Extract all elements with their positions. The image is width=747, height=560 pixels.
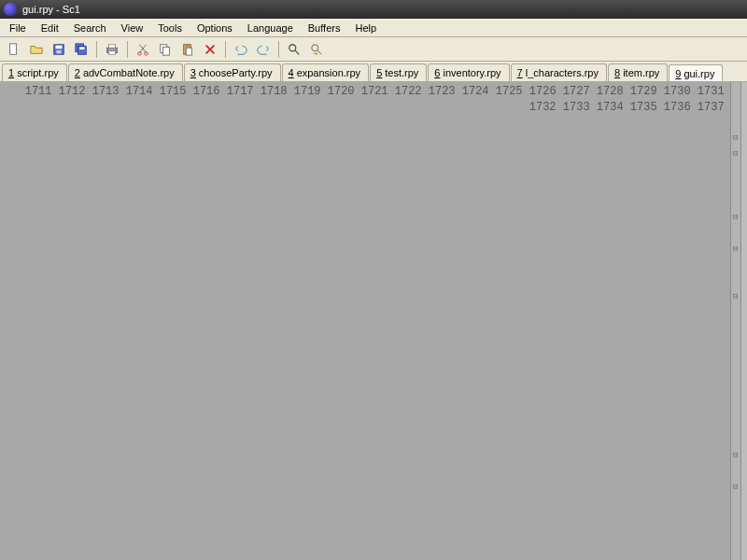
tab-expansion-rpy[interactable]: 4 expansion.rpy (282, 63, 370, 81)
fold-gutter[interactable]: ⊟⊟⊟⊟⊟⊟⊟ (731, 82, 741, 560)
print-button[interactable] (102, 40, 122, 59)
editor-area[interactable]: 1711 1712 1713 1714 1715 1716 1717 1718 … (0, 82, 747, 560)
toolbar-separator (225, 41, 226, 58)
svg-rect-15 (185, 43, 189, 46)
redo-button[interactable] (253, 40, 274, 59)
svg-point-17 (289, 44, 296, 50)
menubar: FileEditSearchViewToolsOptionsLanguageBu… (0, 19, 747, 37)
menu-buffers[interactable]: Buffers (301, 21, 348, 35)
toolbar (0, 37, 747, 62)
svg-rect-3 (56, 49, 61, 53)
paste-button[interactable] (177, 40, 198, 59)
menu-options[interactable]: Options (190, 21, 240, 35)
new-file-button[interactable] (4, 40, 24, 59)
toolbar-separator (127, 41, 128, 58)
tab-test-rpy[interactable]: 5 test.rpy (370, 63, 427, 81)
svg-rect-16 (186, 48, 191, 55)
titlebar: gui.rpy - Sc1 (0, 0, 747, 19)
copy-button[interactable] (155, 40, 176, 59)
app-icon (4, 3, 17, 16)
tab-script-rpy[interactable]: 1 script.rpy (2, 63, 67, 81)
replace-button[interactable] (306, 40, 327, 59)
svg-rect-13 (162, 47, 169, 55)
cut-button[interactable] (133, 40, 153, 59)
save-all-button[interactable] (71, 40, 92, 59)
window-title: gui.rpy - Sc1 (22, 4, 80, 15)
undo-button[interactable] (231, 40, 251, 59)
menu-language[interactable]: Language (240, 21, 301, 35)
code-content[interactable]: background None has vbox hbox box_wrap T… (741, 82, 747, 560)
menu-help[interactable]: Help (347, 21, 384, 35)
svg-rect-9 (109, 50, 116, 54)
tab-gui-rpy[interactable]: 9 gui.rpy (669, 64, 723, 82)
svg-rect-8 (109, 44, 116, 48)
svg-rect-2 (56, 45, 63, 49)
menu-edit[interactable]: Edit (34, 21, 66, 35)
svg-rect-6 (79, 47, 84, 49)
tab-l_characters-rpy[interactable]: 7 l_characters.rpy (511, 63, 607, 81)
menu-search[interactable]: Search (66, 21, 114, 35)
open-file-button[interactable] (26, 40, 47, 59)
find-button[interactable] (284, 40, 304, 59)
tab-advCombatNote-rpy[interactable]: 2 advCombatNote.rpy (68, 63, 183, 81)
svg-point-18 (312, 44, 318, 50)
menu-file[interactable]: File (2, 21, 34, 35)
tab-inventory-rpy[interactable]: 6 inventory.rpy (428, 63, 509, 81)
tab-chooseParty-rpy[interactable]: 3 chooseParty.rpy (184, 63, 281, 81)
save-button[interactable] (49, 40, 69, 59)
toolbar-separator (278, 41, 279, 58)
tab-item-rpy[interactable]: 8 item.rpy (608, 63, 668, 81)
delete-button[interactable] (200, 40, 220, 59)
menu-tools[interactable]: Tools (150, 21, 190, 35)
tab-bar: 1 script.rpy2 advCombatNote.rpy3 chooseP… (0, 62, 747, 82)
line-number-gutter: 1711 1712 1713 1714 1715 1716 1717 1718 … (0, 82, 731, 560)
toolbar-separator (96, 41, 97, 58)
menu-view[interactable]: View (114, 21, 151, 35)
